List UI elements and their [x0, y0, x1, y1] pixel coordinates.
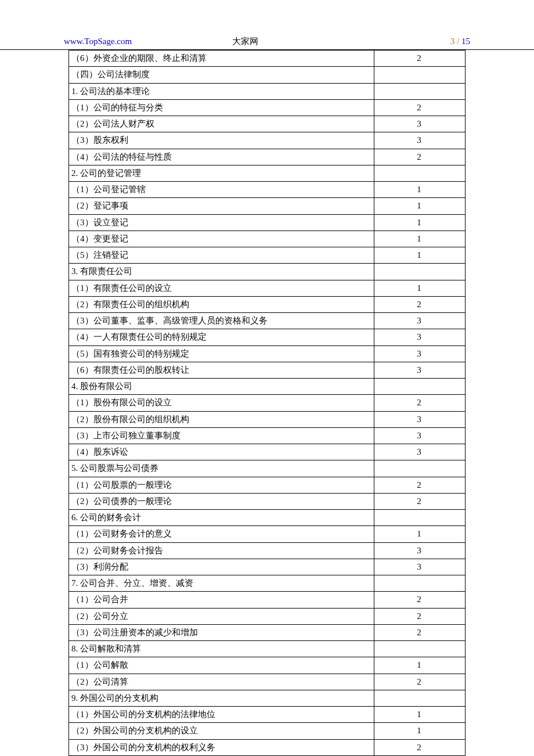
table-row: 1. 公司法的基本理论: [69, 83, 466, 99]
topic-cell: （4）一人有限责任公司的特别规定: [69, 329, 374, 345]
table-row: 7. 公司合并、分立、增资、减资: [69, 575, 466, 592]
value-cell: [374, 264, 465, 280]
value-cell: 3: [374, 362, 465, 378]
value-cell: 2: [374, 493, 465, 509]
table-row: （2）公司财务会计报告3: [69, 542, 466, 559]
table-row: （2）登记事项1: [69, 198, 466, 214]
table-row: （3）设立登记1: [69, 214, 466, 231]
value-cell: 2: [374, 608, 465, 624]
table-row: 2. 公司的登记管理: [69, 165, 466, 181]
value-cell: [374, 460, 465, 477]
topic-cell: （1）公司登记管辖: [69, 182, 374, 198]
value-cell: 3: [374, 345, 465, 362]
table-row: 8. 公司解散和清算: [69, 641, 466, 657]
topic-cell: （4）股东诉讼: [69, 444, 374, 460]
table-row: （1）公司的特征与分类2: [69, 99, 466, 116]
table-row: （4）变更登记1: [69, 231, 466, 247]
topic-cell: （3）股东权利: [69, 132, 374, 149]
table-row: （2）公司债券的一般理论2: [69, 493, 466, 509]
value-cell: 2: [374, 624, 465, 640]
table-row: （6）外资企业的期限、终止和清算2: [69, 51, 466, 67]
table-row: 4. 股份有限公司: [69, 379, 466, 395]
table-row: （4）一人有限责任公司的特别规定3: [69, 329, 466, 345]
topic-cell: （2）公司分立: [69, 608, 374, 624]
topic-cell: （2）股份有限公司的组织机构: [69, 411, 374, 427]
value-cell: 3: [374, 329, 465, 345]
value-cell: [374, 690, 465, 706]
content-table: （6）外资企业的期限、终止和清算2（四）公司法律制度1. 公司法的基本理论（1）…: [68, 50, 466, 756]
value-cell: 1: [374, 723, 465, 739]
table-row: （2）股份有限公司的组织机构3: [69, 411, 466, 427]
topic-cell: 2. 公司的登记管理: [69, 165, 374, 181]
header-url[interactable]: www.TopSage.com: [64, 37, 209, 46]
topic-cell: 9. 外国公司的分支机构: [69, 690, 374, 706]
table-row: （2）外国公司的分支机构的设立1: [69, 723, 466, 739]
value-cell: 1: [374, 526, 465, 542]
topic-cell: （2）公司债券的一般理论: [69, 493, 374, 509]
value-cell: [374, 379, 465, 395]
table-row: （1）有限责任公司的设立1: [69, 280, 466, 296]
table-row: （5）国有独资公司的特别规定3: [69, 345, 466, 362]
table-row: （6）有限责任公司的股权转让3: [69, 362, 466, 378]
value-cell: 2: [374, 739, 465, 755]
page-header: www.TopSage.com 大家网 3 / 15: [0, 36, 534, 50]
topic-cell: （四）公司法律制度: [69, 67, 374, 83]
topic-cell: （2）有限责任公司的组织机构: [69, 296, 374, 312]
table-row: （2）有限责任公司的组织机构2: [69, 296, 466, 312]
table-row: （2）公司清算2: [69, 674, 466, 690]
value-cell: 3: [374, 559, 465, 575]
table-row: （3）公司注册资本的减少和增加2: [69, 624, 466, 640]
topic-cell: （5）注销登记: [69, 247, 374, 264]
value-cell: 2: [374, 99, 465, 116]
table-row: 5. 公司股票与公司债券: [69, 460, 466, 477]
topic-cell: （3）公司董事、监事、高级管理人员的资格和义务: [69, 313, 374, 329]
value-cell: 3: [374, 132, 465, 149]
page-number: 3 / 15: [450, 37, 470, 46]
value-cell: [374, 165, 465, 181]
value-cell: 1: [374, 707, 465, 723]
topic-cell: （2）公司法人财产权: [69, 116, 374, 132]
topic-cell: （3）外国公司的分支机构的权利义务: [69, 739, 374, 755]
topic-cell: （4）变更登记: [69, 231, 374, 247]
table-row: （3）公司董事、监事、高级管理人员的资格和义务3: [69, 313, 466, 329]
value-cell: [374, 575, 465, 592]
table-row: （2）公司分立2: [69, 608, 466, 624]
topic-cell: （2）外国公司的分支机构的设立: [69, 723, 374, 739]
topic-cell: （1）股份有限公司的设立: [69, 395, 374, 411]
table-row: （四）公司法律制度: [69, 67, 466, 83]
table-row: （3）上市公司独立董事制度3: [69, 427, 466, 444]
table-row: （1）外国公司的分支机构的法律地位1: [69, 707, 466, 723]
content-table-wrap: （6）外资企业的期限、终止和清算2（四）公司法律制度1. 公司法的基本理论（1）…: [68, 50, 466, 756]
page-separator: /: [454, 37, 461, 46]
value-cell: 1: [374, 657, 465, 674]
value-cell: [374, 67, 465, 83]
topic-cell: （2）公司清算: [69, 674, 374, 690]
table-row: （1）公司财务会计的意义1: [69, 526, 466, 542]
value-cell: 1: [374, 182, 465, 198]
topic-cell: （1）公司合并: [69, 592, 374, 608]
value-cell: 3: [374, 542, 465, 559]
value-cell: 2: [374, 149, 465, 165]
topic-cell: （1）有限责任公司的设立: [69, 280, 374, 296]
table-row: （2）公司法人财产权3: [69, 116, 466, 132]
value-cell: [374, 510, 465, 526]
table-row: 6. 公司的财务会计: [69, 510, 466, 526]
value-cell: 3: [374, 444, 465, 460]
topic-cell: （6）有限责任公司的股权转让: [69, 362, 374, 378]
value-cell: 1: [374, 231, 465, 247]
table-row: （1）公司股票的一般理论2: [69, 477, 466, 493]
topic-cell: （1）公司解散: [69, 657, 374, 674]
topic-cell: 3. 有限责任公司: [69, 264, 374, 280]
topic-cell: 4. 股份有限公司: [69, 379, 374, 395]
table-row: （3）外国公司的分支机构的权利义务2: [69, 739, 466, 755]
header-site-name: 大家网: [209, 36, 450, 47]
table-row: 9. 外国公司的分支机构: [69, 690, 466, 706]
topic-cell: 5. 公司股票与公司债券: [69, 460, 374, 477]
value-cell: [374, 641, 465, 657]
table-row: （3）股东权利3: [69, 132, 466, 149]
value-cell: 3: [374, 116, 465, 132]
topic-cell: 1. 公司法的基本理论: [69, 83, 374, 99]
topic-cell: 6. 公司的财务会计: [69, 510, 374, 526]
page-total: 15: [461, 37, 470, 46]
value-cell: [374, 83, 465, 99]
